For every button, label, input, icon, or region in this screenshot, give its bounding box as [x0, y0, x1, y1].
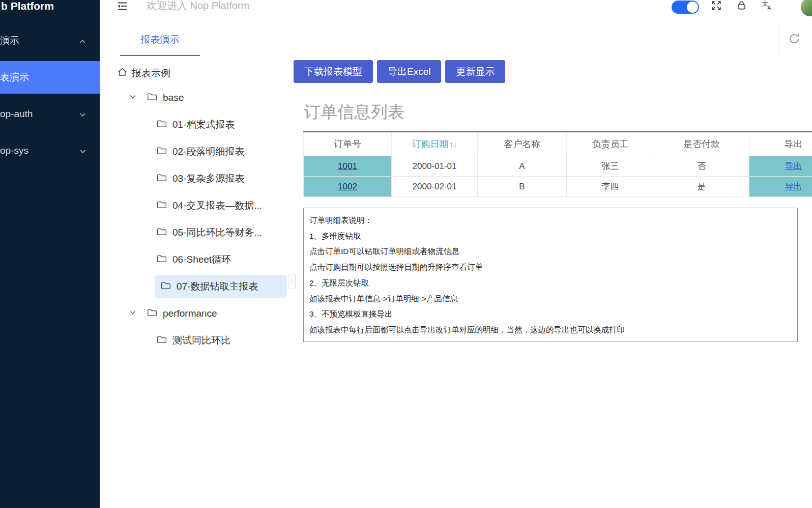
collapse-sidebar-icon[interactable]	[116, 0, 128, 12]
report-toolbar: 下载报表模型 导出Excel 更新显示	[294, 60, 505, 83]
chevron-down-icon	[79, 147, 86, 158]
order-date-cell: 2000-01-01	[392, 156, 478, 177]
svg-text:A: A	[767, 5, 771, 11]
description-line: 点击订购日期可以按照选择日期的升降序查看订单	[309, 260, 792, 275]
folder-icon	[157, 173, 167, 185]
tree-node-label: 05-同比环比等财务...	[172, 226, 262, 239]
chevron-down-icon	[79, 110, 86, 121]
folder-icon	[157, 200, 167, 212]
customer-cell: B	[478, 177, 567, 197]
customer-cell: A	[478, 156, 567, 177]
chevron-down-icon[interactable]	[129, 308, 137, 319]
tree-node-label: base	[163, 92, 184, 103]
col-order-date-sortable[interactable]: 订购日期↑↓	[392, 132, 478, 156]
col-paid: 是否付款	[654, 132, 749, 156]
description-line: 订单明细表说明：	[309, 213, 792, 229]
order-id-link[interactable]: 1002	[338, 182, 357, 191]
app-root: b Platform 演示 表演示 op-auth op-sys	[0, 0, 812, 508]
export-cell: 导出	[749, 156, 812, 177]
theme-toggle[interactable]	[672, 1, 699, 14]
order-table: 订单号 订购日期↑↓ 客户名称 负责员工 是否付款 导出 1001 2000-0…	[303, 131, 812, 197]
tree-root[interactable]: 报表示例	[117, 62, 170, 84]
sidebar-item-label: 演示	[0, 34, 19, 47]
tree-node-06[interactable]: 06-Sheet循环	[157, 248, 231, 271]
chevron-down-icon[interactable]	[129, 92, 137, 103]
download-report-model-button[interactable]: 下载报表模型	[294, 60, 373, 83]
top-header: 欢迎进入 Nop Platform 文A	[100, 0, 812, 24]
tab-report-demo[interactable]: 报表演示	[120, 23, 200, 55]
panel-resizer-handle[interactable]: ⋮	[288, 274, 296, 289]
refresh-display-button[interactable]: 更新显示	[445, 60, 505, 83]
tree-node-test-yoy[interactable]: 测试同比环比	[157, 329, 230, 352]
lock-icon[interactable]	[736, 0, 747, 11]
tree-node-performance[interactable]: performance	[129, 302, 217, 325]
folder-icon	[147, 308, 157, 320]
toggle-knob	[687, 2, 698, 13]
tab-bar: 报表演示	[100, 23, 812, 57]
tree-node-04[interactable]: 04-交叉报表—数据...	[157, 194, 262, 217]
folder-icon	[161, 281, 171, 293]
description-line: 点击订单ID可以钻取订单明细或者物流信息	[309, 244, 792, 260]
sidebar-item-demo[interactable]: 演示	[0, 24, 100, 57]
avatar[interactable]	[801, 0, 812, 16]
tree-node-02[interactable]: 02-段落明细报表	[157, 140, 244, 163]
paid-cell: 否	[654, 156, 749, 177]
tree-node-label: 02-段落明细报表	[172, 145, 244, 158]
sidebar-item-nop-sys[interactable]: op-sys	[0, 134, 100, 167]
description-line: 1、多维度钻取	[309, 229, 792, 244]
description-line: 如该报表中订单信息->订单明细->产品信息	[309, 291, 792, 307]
report-tree-panel: 报表示例 base 01-档案式报表 02-段落明细报表	[100, 56, 293, 508]
report-description-box: 订单明细表说明： 1、多维度钻取 点击订单ID可以钻取订单明细或者物流信息 点击…	[303, 208, 798, 342]
sidebar-item-nop-auth[interactable]: op-auth	[0, 98, 100, 130]
description-line: 3、不预览模板直接导出	[309, 306, 792, 322]
description-line: 如该报表中每行后面都可以点击导出改订单对应的明细，当然，这边的导出也可以换成打印	[309, 322, 792, 338]
employee-cell: 李四	[567, 177, 654, 197]
table-row: 1002 2000-02-01 B 李四 是 导出	[304, 177, 812, 197]
export-row-link[interactable]: 导出	[785, 161, 802, 171]
folder-icon	[157, 119, 167, 131]
app-title: b Platform	[1, 0, 54, 14]
sidebar: b Platform 演示 表演示 op-auth op-sys	[0, 0, 100, 508]
tree-node-label: 03-复杂多源报表	[172, 172, 244, 185]
tab-bar-divider	[779, 23, 779, 56]
tree-node-label: 04-交叉报表—数据...	[172, 199, 262, 212]
order-id-cell: 1001	[304, 156, 392, 177]
tree-node-label: 01-档案式报表	[172, 118, 235, 131]
tree-node-01[interactable]: 01-档案式报表	[157, 114, 235, 136]
folder-icon	[157, 146, 167, 158]
tree-node-label: 测试同比环比	[172, 334, 230, 347]
folder-icon	[157, 227, 167, 239]
tree-node-label: performance	[163, 308, 217, 319]
export-excel-button[interactable]: 导出Excel	[377, 60, 441, 83]
folder-icon	[157, 254, 167, 266]
table-header-row: 订单号 订购日期↑↓ 客户名称 负责员工 是否付款 导出	[304, 132, 812, 156]
tree-root-label: 报表示例	[132, 67, 170, 80]
order-id-cell: 1002	[304, 177, 392, 197]
fullscreen-icon[interactable]	[711, 0, 722, 11]
tree-node-05[interactable]: 05-同比环比等财务...	[157, 221, 262, 244]
paid-cell: 是	[654, 177, 749, 197]
export-row-link[interactable]: 导出	[785, 182, 802, 191]
order-id-link[interactable]: 1001	[338, 161, 357, 171]
tree-node-base[interactable]: base	[129, 87, 184, 109]
tree-node-03[interactable]: 03-复杂多源报表	[157, 167, 244, 190]
translate-icon[interactable]: 文A	[762, 0, 773, 11]
folder-icon	[157, 335, 167, 347]
employee-cell: 张三	[567, 156, 654, 177]
export-cell: 导出	[749, 177, 812, 197]
col-employee: 负责员工	[567, 132, 654, 156]
folder-icon	[147, 92, 157, 104]
tree-node-label: 07-数据钻取主报表	[177, 280, 258, 293]
col-order-id: 订单号	[304, 132, 392, 156]
sort-icon[interactable]: ↑↓	[450, 140, 457, 149]
main-content: 下载报表模型 导出Excel 更新显示 订单信息列表 订单号 订购日期↑↓ 客户…	[293, 56, 812, 508]
col-order-date-label: 订购日期	[412, 139, 449, 149]
description-line: 2、无限层次钻取	[309, 275, 792, 291]
refresh-icon[interactable]	[788, 32, 801, 45]
tree-node-07-selected[interactable]: 07-数据钻取主报表	[155, 275, 287, 298]
report-title: 订单信息列表	[304, 101, 404, 124]
col-export: 导出	[749, 132, 812, 156]
col-customer: 客户名称	[478, 132, 567, 156]
chevron-up-icon	[79, 37, 86, 48]
sidebar-item-report-demo[interactable]: 表演示	[0, 61, 100, 94]
